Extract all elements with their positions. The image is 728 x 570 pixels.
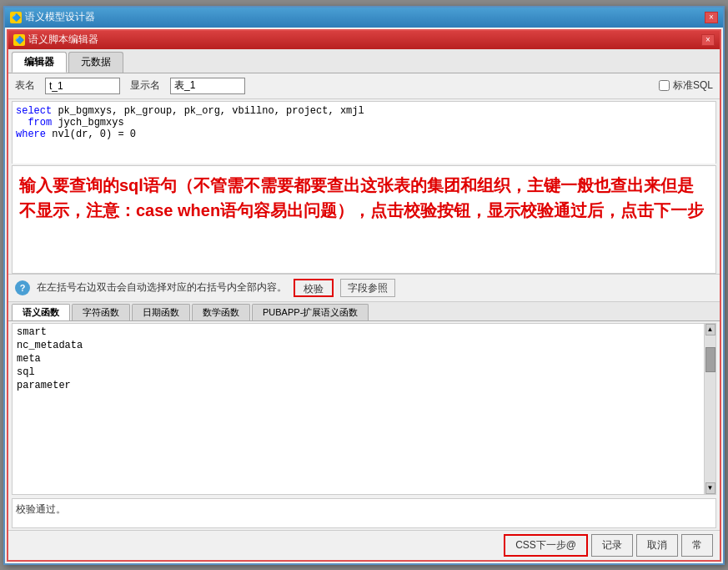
standard-sql-checkbox[interactable] [659, 80, 670, 91]
inner-titlebar-left: 🔷 语义脚本编辑器 [13, 33, 98, 47]
guide-area: 输入要查询的sql语句（不管需不需要都要查出这张表的集团和组织，主键一般也查出来… [12, 165, 716, 274]
field-ref-button[interactable]: 字段参照 [340, 279, 395, 297]
tab-editor[interactable]: 编辑器 [12, 52, 67, 73]
bottom-bar: CSS下一步@ 记录 取消 常 [8, 530, 720, 560]
verify-button[interactable]: 校验 [294, 279, 334, 297]
outer-window: 🔷 语义模型设计器 × 🔷 语义脚本编辑器 × 编辑器 元数据 表名 [3, 6, 725, 565]
tab-bar: 编辑器 元数据 [8, 49, 720, 73]
normal-button[interactable]: 常 [681, 534, 713, 557]
table-input[interactable] [45, 78, 120, 94]
scroll-down-arrow[interactable]: ▼ [705, 482, 715, 494]
table-label: 表名 [15, 78, 35, 93]
validation-result: 校验通过。 [12, 498, 716, 528]
inner-close-button[interactable]: × [701, 34, 715, 46]
func-tab-pubapp[interactable]: PUBAPP-扩展语义函数 [252, 304, 369, 320]
outer-content: 🔷 语义脚本编辑器 × 编辑器 元数据 表名 显示名 标准SQL [5, 28, 723, 563]
func-tab-math[interactable]: 数学函数 [192, 304, 250, 320]
tab-metadata[interactable]: 元数据 [68, 52, 123, 73]
cancel-button[interactable]: 取消 [636, 534, 678, 557]
func-list[interactable]: smart nc_metadata meta sql parameter [13, 324, 704, 494]
list-item[interactable]: nc_metadata [14, 339, 702, 352]
help-icon: ? [15, 280, 30, 295]
app-icon: 🔷 [10, 12, 22, 23]
list-item[interactable]: parameter [14, 379, 702, 392]
next-step-button[interactable]: CSS下一步@ [504, 534, 588, 557]
scroll-up-arrow[interactable]: ▲ [705, 324, 715, 335]
func-tab-char[interactable]: 字符函数 [72, 304, 130, 320]
list-item[interactable]: meta [14, 352, 702, 366]
outer-titlebar: 🔷 语义模型设计器 × [5, 8, 723, 28]
func-tab-date[interactable]: 日期函数 [132, 304, 190, 320]
outer-titlebar-left: 🔷 语义模型设计器 [10, 10, 95, 24]
record-button[interactable]: 记录 [591, 534, 633, 557]
func-scrollbar[interactable]: ▲ ▼ [704, 324, 715, 494]
help-row: ? 在左括号右边双击会自动选择对应的右括号内全部内容。 校验 字段参照 [8, 274, 720, 302]
display-input[interactable] [170, 78, 245, 94]
help-text: 在左括号右边双击会自动选择对应的右括号内全部内容。 [37, 280, 287, 295]
func-tab-bar: 语义函数 字符函数 日期函数 数学函数 PUBAPP-扩展语义函数 [8, 302, 720, 321]
func-tab-semantic[interactable]: 语义函数 [12, 304, 70, 320]
inner-app-icon: 🔷 [13, 34, 25, 46]
inner-titlebar: 🔷 语义脚本编辑器 × [8, 31, 720, 49]
list-item[interactable]: smart [14, 325, 702, 339]
form-row: 表名 显示名 标准SQL [8, 73, 720, 99]
func-list-container: smart nc_metadata meta sql parameter ▲ ▼ [12, 323, 716, 495]
display-label: 显示名 [130, 78, 160, 93]
outer-title: 语义模型设计器 [25, 10, 95, 24]
inner-window: 🔷 语义脚本编辑器 × 编辑器 元数据 表名 显示名 标准SQL [7, 29, 721, 562]
standard-sql-row: 标准SQL [659, 78, 713, 93]
list-item[interactable]: sql [14, 366, 702, 379]
outer-close-button[interactable]: × [705, 12, 718, 23]
standard-sql-label: 标准SQL [673, 78, 713, 93]
inner-title: 语义脚本编辑器 [28, 33, 98, 47]
sql-editor[interactable]: select pk_bgmxys, pk_group, pk_org, vbil… [12, 101, 716, 164]
scroll-thumb[interactable] [705, 347, 715, 372]
guide-text: 输入要查询的sql语句（不管需不需要都要查出这张表的集团和组织，主键一般也查出来… [19, 173, 709, 223]
